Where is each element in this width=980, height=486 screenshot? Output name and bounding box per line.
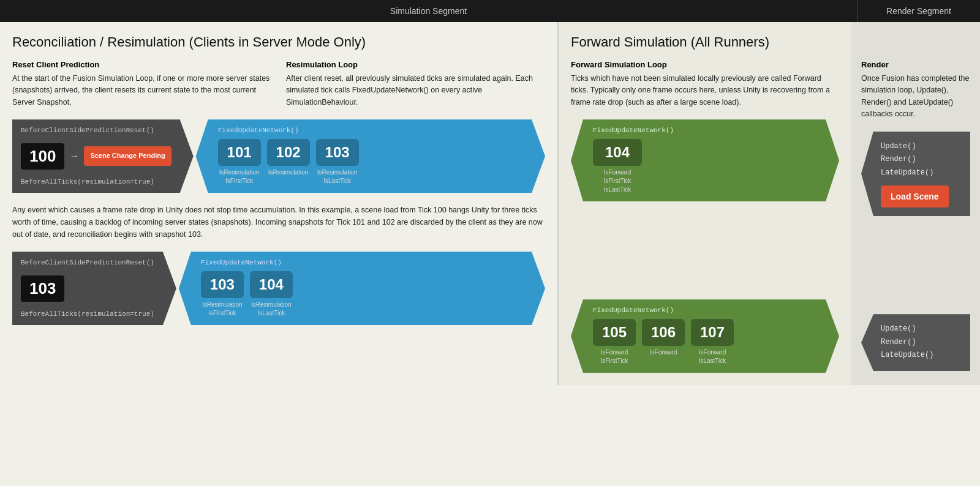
tick-106: 106 IsForward	[642, 319, 685, 365]
tick-101-num: 101	[218, 139, 261, 166]
tick-107-num: 107	[691, 319, 734, 346]
tick-106-num: 106	[642, 319, 685, 346]
left-text-columns: Reset Client Prediction At the start of …	[12, 60, 545, 108]
dark-block-1: BeforeClientSidePredictionReset() 100 → …	[12, 119, 194, 193]
spacer-1	[571, 201, 839, 299]
reset-client-col: Reset Client Prediction At the start of …	[12, 60, 271, 108]
diagram-row-1: BeforeClientSidePredictionReset() 100 → …	[12, 119, 545, 193]
tick-row-1: 100 → Scene Change Pending	[21, 143, 172, 170]
tick-103: 103 IsResimulation IsLastTick	[316, 139, 359, 185]
tick-104b-num: 104	[250, 271, 293, 298]
render-code-2: Update() Render() LateUpdate()	[881, 323, 960, 362]
render-block-2: Update() Render() LateUpdate()	[861, 314, 970, 371]
scene-change-badge: Scene Change Pending	[84, 146, 171, 165]
blue-block-1-label: FixedUpdateNetwork()	[218, 127, 523, 134]
tick-105-num: 105	[593, 319, 636, 346]
forward-sim-section: Forward Simulation (All Runners) Forward…	[557, 22, 851, 385]
resim-loop-text: After client reset, all previously simul…	[286, 73, 545, 108]
render-segment-label: Render Segment	[858, 0, 980, 22]
tick-103-box: 103	[21, 275, 64, 302]
blue-ticks-1: 101 IsResimulation IsFirstTick 102 IsRes…	[218, 139, 523, 185]
blue-block-2-label: FixedUpdateNetwork()	[201, 259, 523, 266]
tick-row-2: 103	[21, 275, 154, 302]
resim-loop-heading: Resimulation Loop	[286, 60, 545, 69]
forward-sim-heading: Forward Simulation Loop	[571, 60, 839, 69]
left-section-title: Reconciliation / Resimulation (Clients i…	[12, 34, 545, 50]
tick-104-fwd: 104 IsForward IsFirstTick IsLastTick	[593, 139, 642, 194]
arrow-icon-1: →	[69, 151, 79, 162]
spacer-2	[861, 216, 970, 314]
content-area: Reconciliation / Resimulation (Clients i…	[0, 22, 980, 385]
tick-103-flags: IsResimulation IsLastTick	[316, 168, 359, 185]
blue-block-2: FixedUpdateNetwork() 103 IsResimulation …	[179, 252, 545, 325]
page-wrapper: Simulation Segment Render Segment Reconc…	[0, 0, 980, 385]
dark-block-2-label: BeforeClientSidePredictionReset()	[21, 259, 154, 266]
green-block-1: FixedUpdateNetwork() 104 IsForward IsFir…	[571, 119, 839, 201]
forward-sim-text-col: Forward Simulation Loop Ticks which have…	[571, 60, 839, 108]
render-heading: Render	[861, 60, 970, 69]
reset-client-text: At the start of the Fusion Simulation Lo…	[12, 73, 271, 108]
reconciliation-section: Reconciliation / Resimulation (Clients i…	[0, 22, 557, 385]
render-code-1: Update() Render() LateUpdate()	[881, 140, 960, 180]
blue-block-1: FixedUpdateNetwork() 101 IsResimulation …	[196, 119, 545, 193]
dark-block-1-sublabel: BeforeAllTicks(resimulation=true)	[21, 178, 172, 185]
tick-104-fwd-num: 104	[593, 139, 642, 166]
tick-103-num: 103	[316, 139, 359, 166]
tick-104b: 104 IsResimulation IsLastTick	[250, 271, 293, 318]
render-text: Once Fusion has completed the simulation…	[861, 73, 970, 121]
reset-client-heading: Reset Client Prediction	[12, 60, 271, 69]
tick-104b-flags: IsResimulation IsLastTick	[250, 301, 293, 318]
tick-102-num: 102	[267, 139, 310, 166]
right-diagram-row-2: FixedUpdateNetwork() 105 IsForward IsFir…	[571, 299, 839, 373]
top-bar: Simulation Segment Render Segment	[0, 0, 980, 22]
green-block-1-label: FixedUpdateNetwork()	[593, 127, 817, 134]
green-ticks-2: 105 IsForward IsFirstTick 106 IsForward …	[593, 319, 817, 365]
right-section-title: Forward Simulation (All Runners)	[571, 34, 839, 50]
render-block-1: Update() Render() LateUpdate() Load Scen…	[861, 132, 970, 217]
tick-101-flags: IsResimulation IsFirstTick	[218, 168, 261, 185]
tick-103b: 103 IsResimulation IsFirstTick	[201, 271, 244, 318]
forward-sim-text: Ticks which have not been simulated loca…	[571, 73, 839, 108]
tick-102-flags: IsResimulation	[267, 168, 310, 177]
render-section: R Render Once Fusion has completed the s…	[851, 22, 980, 385]
tick-107: 107 IsForward IsLastTick	[691, 319, 734, 365]
green-block-2: FixedUpdateNetwork() 105 IsForward IsFir…	[571, 299, 839, 373]
tick-107-flags: IsForward IsLastTick	[691, 348, 734, 365]
diagram-row-2: BeforeClientSidePredictionReset() 103 Be…	[12, 252, 545, 325]
simulation-segment-label: Simulation Segment	[0, 0, 858, 22]
render-text-col: Render Once Fusion has completed the sim…	[861, 60, 970, 121]
tick-102: 102 IsResimulation	[267, 139, 310, 185]
tick-103b-flags: IsResimulation IsFirstTick	[201, 301, 244, 318]
green-ticks-1: 104 IsForward IsFirstTick IsLastTick	[593, 139, 817, 194]
green-block-2-label: FixedUpdateNetwork()	[593, 307, 817, 314]
dark-block-2-sublabel: BeforeAllTicks(resimulation=true)	[21, 310, 154, 318]
tick-105: 105 IsForward IsFirstTick	[593, 319, 636, 365]
dark-block-2: BeforeClientSidePredictionReset() 103 Be…	[12, 252, 176, 325]
tick-105-flags: IsForward IsFirstTick	[593, 348, 636, 365]
tick-104-fwd-flags: IsForward IsFirstTick IsLastTick	[593, 168, 642, 194]
tick-100-box: 100	[21, 143, 64, 170]
dark-block-1-label: BeforeClientSidePredictionReset()	[21, 127, 172, 134]
description-text: Any event which causes a frame rate drop…	[12, 204, 545, 241]
blue-ticks-2: 103 IsResimulation IsFirstTick 104 IsRes…	[201, 271, 523, 318]
tick-101: 101 IsResimulation IsFirstTick	[218, 139, 261, 185]
right-diagram-row-1: FixedUpdateNetwork() 104 IsForward IsFir…	[571, 119, 839, 201]
tick-103b-num: 103	[201, 271, 244, 298]
tick-106-flags: IsForward	[642, 348, 685, 357]
load-scene-button[interactable]: Load Scene	[881, 185, 949, 207]
resim-loop-col: Resimulation Loop After client reset, al…	[286, 60, 545, 108]
